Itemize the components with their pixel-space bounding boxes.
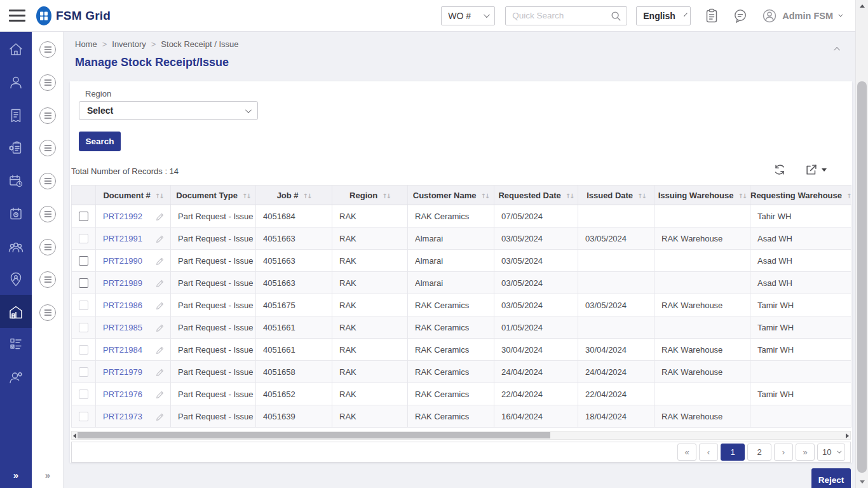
submenu-toggle-icon[interactable]	[39, 173, 56, 189]
cell-issued-date	[578, 272, 654, 294]
horizontal-scrollbar-thumb[interactable]	[78, 432, 550, 438]
scroll-left-icon[interactable]	[73, 433, 76, 438]
submenu-toggle-icon[interactable]	[39, 41, 56, 58]
refresh-icon[interactable]	[773, 163, 787, 177]
sort-icon	[299, 191, 311, 200]
first-page-button[interactable]: «	[677, 444, 696, 461]
scroll-right-icon[interactable]	[846, 433, 849, 438]
sidebar-item-inventory[interactable]	[0, 299, 32, 327]
col-requested-date[interactable]: Requested Date	[494, 186, 578, 205]
chat-icon[interactable]	[733, 8, 748, 24]
language-select[interactable]: English	[636, 6, 691, 25]
edit-icon[interactable]	[156, 212, 165, 221]
document-link[interactable]: PRT21992	[103, 212, 142, 221]
col-region[interactable]: Region	[332, 186, 408, 205]
row-checkbox[interactable]	[79, 323, 88, 332]
sidebar-item-teams[interactable]	[0, 233, 32, 261]
submenu-toggle-icon[interactable]	[39, 107, 56, 124]
chevron-down-icon	[822, 168, 827, 172]
collapse-panel-icon[interactable]	[836, 43, 840, 54]
sidebar-item-customers[interactable]	[0, 69, 32, 97]
document-link[interactable]: PRT21985	[103, 323, 142, 332]
sidebar-item-checklist[interactable]	[0, 330, 32, 358]
row-checkbox[interactable]	[79, 212, 88, 221]
col-customer-name[interactable]: Customer Name	[408, 186, 494, 205]
search-icon[interactable]	[610, 10, 621, 22]
sidebar-item-calendar[interactable]	[0, 200, 32, 228]
sidebar-item-schedule[interactable]	[0, 167, 32, 195]
sidebar-item-service-board[interactable]	[0, 134, 32, 162]
clipboard-icon[interactable]	[705, 8, 719, 24]
row-checkbox[interactable]	[79, 301, 88, 310]
submenu-toggle-icon[interactable]	[39, 304, 56, 321]
col-requesting-warehouse[interactable]: Requesting Warehouse	[750, 186, 851, 205]
edit-icon[interactable]	[156, 390, 165, 399]
scroll-down-icon[interactable]	[860, 480, 865, 484]
cell-issuing-warehouse: RAK Warehouse	[654, 405, 750, 428]
page-size-select[interactable]: 10	[817, 444, 845, 461]
region-select[interactable]: Select	[79, 101, 258, 120]
brand[interactable]: FSM Grid	[36, 6, 111, 25]
col-document-type[interactable]: Document Type	[171, 186, 256, 205]
submenu-toggle-icon[interactable]	[39, 271, 56, 288]
edit-icon[interactable]	[156, 323, 165, 332]
col-issued-date[interactable]: Issued Date	[578, 186, 654, 205]
sidebar-item-home[interactable]	[0, 36, 32, 64]
submenu-toggle-icon[interactable]	[39, 140, 56, 156]
sidebar-expand-button[interactable]: »	[0, 470, 32, 480]
export-menu[interactable]	[804, 163, 827, 177]
breadcrumb-inventory[interactable]: Inventory	[112, 39, 146, 49]
row-checkbox[interactable]	[79, 278, 88, 288]
cell-issuing-warehouse	[654, 205, 750, 227]
select-all-header	[72, 186, 96, 205]
submenu-toggle-icon[interactable]	[39, 206, 56, 222]
document-link[interactable]: PRT21990	[103, 256, 142, 266]
row-checkbox[interactable]	[79, 234, 88, 243]
edit-icon[interactable]	[156, 301, 165, 310]
document-link[interactable]: PRT21979	[103, 367, 142, 377]
user-menu[interactable]: Admin FSM	[762, 8, 841, 24]
edit-icon[interactable]	[156, 256, 165, 266]
submenu-toggle-icon[interactable]	[39, 239, 56, 255]
row-checkbox[interactable]	[79, 390, 88, 399]
sidebar-item-technician-map[interactable]	[0, 266, 32, 294]
document-link[interactable]: PRT21991	[103, 234, 142, 243]
last-page-button[interactable]: »	[796, 444, 815, 461]
vertical-scrollbar-thumb[interactable]	[857, 81, 867, 473]
previous-page-button[interactable]: ‹	[699, 444, 718, 461]
horizontal-scrollbar[interactable]	[71, 431, 851, 440]
sidebar-item-work-orders[interactable]	[0, 102, 32, 130]
row-checkbox[interactable]	[79, 367, 88, 377]
rail-expand-button[interactable]: »	[32, 470, 64, 480]
row-checkbox[interactable]	[79, 412, 88, 421]
col-issuing-warehouse[interactable]: Issuing Warehouse	[654, 186, 750, 205]
next-page-button[interactable]: ›	[774, 444, 793, 461]
menu-icon[interactable]	[9, 10, 25, 22]
document-link[interactable]: PRT21986	[103, 301, 142, 310]
col-job[interactable]: Job #	[256, 186, 332, 205]
document-link[interactable]: PRT21973	[103, 412, 142, 421]
sidebar-item-technician-settings[interactable]	[0, 363, 32, 391]
cell-requesting-warehouse: Tamir WH	[750, 316, 851, 339]
page-2-button[interactable]: 2	[747, 444, 771, 461]
col-document[interactable]: Document #	[96, 186, 171, 205]
row-checkbox[interactable]	[79, 256, 88, 266]
edit-icon[interactable]	[156, 234, 165, 243]
wo-filter-select[interactable]: WO #	[441, 6, 495, 25]
search-button[interactable]: Search	[79, 132, 121, 151]
edit-icon[interactable]	[156, 345, 165, 355]
breadcrumb-home[interactable]: Home	[75, 39, 97, 49]
reject-button[interactable]: Reject	[811, 468, 851, 488]
quick-search-input[interactable]	[506, 11, 610, 20]
document-link[interactable]: PRT21989	[103, 278, 142, 288]
vertical-scrollbar[interactable]	[855, 0, 868, 488]
submenu-toggle-icon[interactable]	[39, 74, 56, 91]
edit-icon[interactable]	[156, 278, 165, 288]
edit-icon[interactable]	[156, 367, 165, 377]
document-link[interactable]: PRT21976	[103, 390, 142, 399]
row-checkbox[interactable]	[79, 345, 88, 355]
scroll-up-icon[interactable]	[860, 4, 865, 8]
edit-icon[interactable]	[156, 412, 165, 421]
page-1-button[interactable]: 1	[721, 444, 745, 461]
document-link[interactable]: PRT21984	[103, 345, 142, 355]
